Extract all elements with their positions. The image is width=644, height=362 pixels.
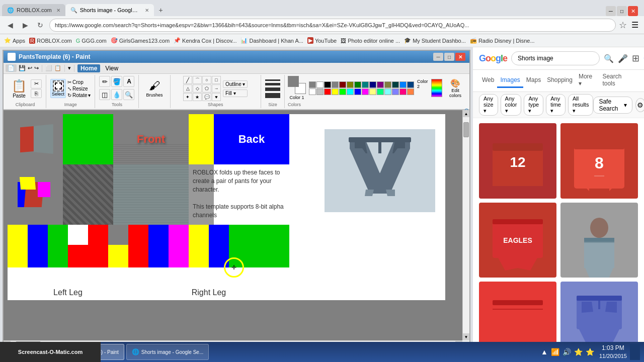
- tab-google[interactable]: 🔍 Shorts image - Google Se... ✕: [65, 4, 154, 16]
- shape-diamond[interactable]: ◇: [193, 84, 202, 93]
- shape-star5[interactable]: ★: [193, 93, 202, 101]
- paint-resize-quick[interactable]: ⬜: [45, 65, 52, 71]
- shape-triangle[interactable]: △: [183, 84, 192, 93]
- swatch-s7[interactable]: [369, 88, 376, 95]
- nav-images[interactable]: Images: [497, 73, 523, 88]
- bookmark-girlsgames[interactable]: 🎯 GirlsGames123.com: [111, 37, 170, 44]
- color-picker-tool[interactable]: 💧: [111, 89, 122, 100]
- size-option-1[interactable]: [265, 79, 280, 81]
- bookmark-student-dashboard[interactable]: 🎓 My Student Dashbo...: [404, 37, 466, 44]
- paint-close-btn[interactable]: ✕: [455, 53, 465, 61]
- bookmark-youtube[interactable]: ▶ YouTube: [307, 37, 337, 44]
- browser-maximize[interactable]: □: [617, 6, 627, 16]
- nav-search-tools[interactable]: Search tools: [599, 70, 638, 92]
- result-3[interactable]: EAGLES: [479, 203, 556, 278]
- zoom-tool[interactable]: 🔍: [123, 89, 134, 100]
- shape-callout[interactable]: 💬: [202, 93, 211, 101]
- shape-oval[interactable]: ○: [202, 76, 211, 84]
- shape-heart[interactable]: ♥: [212, 93, 221, 101]
- swatch-s12[interactable]: [407, 88, 414, 95]
- paint-file-btn[interactable]: 📄: [6, 64, 17, 72]
- shape-arrow[interactable]: →: [212, 84, 221, 93]
- browser-close[interactable]: ✕: [628, 6, 638, 16]
- scroll-down-btn[interactable]: ▼: [463, 333, 469, 340]
- bookmark-roblox[interactable]: R ROBLOX.com: [29, 38, 72, 44]
- scroll-up-btn[interactable]: ▲: [463, 110, 469, 117]
- size-option-4[interactable]: [265, 93, 280, 98]
- swatch-11[interactable]: [407, 81, 414, 88]
- pencil-tool[interactable]: ✏: [99, 76, 110, 87]
- tab-google-close[interactable]: ✕: [145, 8, 149, 13]
- paint-scroll-area[interactable]: Front Back: [4, 110, 462, 340]
- swatch-s9[interactable]: [384, 88, 391, 95]
- swatch-s4[interactable]: [347, 88, 354, 95]
- size-option-2[interactable]: [265, 83, 280, 85]
- paint-more-icon[interactable]: ▾: [68, 65, 71, 71]
- bookmark-kendra[interactable]: 📌 Kendra Cox | Discov...: [174, 37, 236, 44]
- paint-copy-quick[interactable]: 📋: [54, 65, 61, 71]
- swatch-2[interactable]: [339, 81, 346, 88]
- bookmark-radio-disney[interactable]: 📻 Radio Disney | Disne...: [470, 37, 535, 44]
- crop-btn[interactable]: ✂Crop: [67, 79, 91, 85]
- swatch-s11[interactable]: [399, 88, 407, 95]
- show-desktop-btn[interactable]: [630, 344, 640, 360]
- swatch-4[interactable]: [354, 81, 361, 88]
- paint-scrollbar-v[interactable]: ▲ ▼: [462, 110, 469, 340]
- text-tool[interactable]: A: [123, 76, 134, 87]
- fill-tool[interactable]: 🪣: [111, 76, 122, 87]
- settings-icon[interactable]: ⚙: [635, 98, 644, 112]
- swatch-white[interactable]: [316, 81, 324, 88]
- eraser-tool[interactable]: ◫: [99, 89, 110, 100]
- swatch-s8[interactable]: [377, 88, 384, 95]
- paint-home-tab[interactable]: Home: [77, 64, 100, 72]
- refresh-button[interactable]: ↻: [34, 19, 46, 31]
- select-btn[interactable]: Select: [50, 79, 66, 98]
- browser-minimize[interactable]: ─: [606, 6, 616, 16]
- google-apps-icon[interactable]: ⊞: [632, 53, 639, 64]
- swatch-9[interactable]: [392, 81, 399, 88]
- nav-more[interactable]: More ▾: [576, 70, 600, 92]
- swatch-s2[interactable]: [332, 88, 339, 95]
- copy-btn[interactable]: ⎘: [31, 89, 42, 98]
- paste-btn[interactable]: 📋 Paste: [9, 77, 30, 101]
- paint-undo-icon[interactable]: ↩: [28, 65, 32, 71]
- shape-rect[interactable]: □: [212, 76, 221, 84]
- tray-star-icon[interactable]: ⭐: [574, 348, 583, 356]
- bookmark-apps[interactable]: ⭐ Apps: [4, 37, 25, 44]
- tray-network-icon[interactable]: 📶: [551, 348, 559, 356]
- result-4[interactable]: [560, 203, 638, 278]
- active-color[interactable]: [309, 81, 316, 88]
- swatch-5[interactable]: [362, 81, 369, 88]
- filter-type[interactable]: Any type ▾: [524, 94, 543, 116]
- nav-maps[interactable]: Maps: [523, 73, 544, 88]
- bookmark-photo-editor[interactable]: 🖼 Photo editor online ...: [341, 38, 400, 44]
- bookmark-star[interactable]: ☆: [619, 20, 627, 31]
- tray-star2-icon[interactable]: ⭐: [586, 348, 594, 356]
- paint-maximize-btn[interactable]: □: [444, 53, 454, 61]
- swatch-7[interactable]: [377, 81, 384, 88]
- swatch-1[interactable]: [332, 81, 339, 88]
- tray-volume-icon[interactable]: 🔊: [562, 348, 571, 356]
- tray-up-icon[interactable]: ▲: [541, 348, 548, 356]
- new-tab-button[interactable]: +: [154, 4, 168, 16]
- shape-star4[interactable]: ✦: [183, 93, 192, 101]
- shape-pentagon[interactable]: ⬠: [202, 84, 211, 93]
- brushes-btn[interactable]: 🖌 Brushes: [143, 77, 166, 100]
- swatch-s10[interactable]: [392, 88, 399, 95]
- filter-size[interactable]: Any size ▾: [479, 94, 498, 116]
- swatch-w[interactable]: [309, 88, 316, 95]
- outline-btn[interactable]: Outline ▾: [223, 80, 248, 88]
- cut-btn[interactable]: ✂: [31, 79, 42, 88]
- result-2[interactable]: 8: [560, 123, 638, 199]
- google-search-input[interactable]: [511, 51, 600, 65]
- paint-view-tab[interactable]: View: [102, 64, 121, 72]
- filter-time[interactable]: Any time ▾: [546, 94, 566, 116]
- filter-color[interactable]: Any color ▾: [501, 94, 522, 116]
- swatch-s0[interactable]: [316, 88, 324, 95]
- swatch-s5[interactable]: [354, 88, 361, 95]
- swatch-s1[interactable]: [324, 88, 331, 95]
- shape-line[interactable]: ╱: [183, 76, 192, 84]
- swatch-8[interactable]: [384, 81, 391, 88]
- address-bar[interactable]: [49, 19, 616, 32]
- browser-menu-icon[interactable]: ☰: [630, 20, 640, 30]
